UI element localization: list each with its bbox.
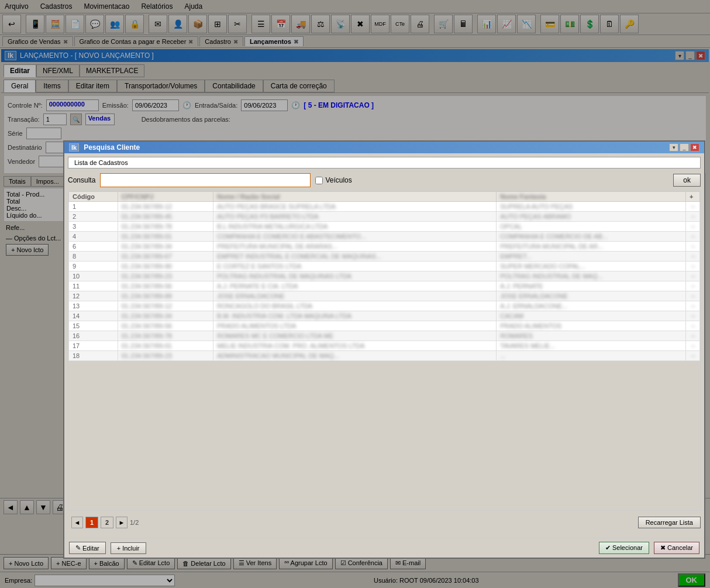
editar-btn[interactable]: ✎ Editar (69, 542, 106, 554)
table-header-row: Código CPF/CNPJ Nome / Razão Social Nome… (69, 192, 700, 202)
cell-id: 1 (69, 202, 118, 212)
cell-cpf: 01.234.567/89-23 (118, 271, 213, 281)
cell-extra: → (686, 331, 700, 341)
cell-fantasia: TAVARES MELIE... (497, 341, 686, 351)
veiculos-checkbox[interactable] (315, 177, 323, 184)
modal-close-btn[interactable]: ✖ (690, 143, 699, 152)
col-extra: + (686, 192, 700, 202)
table-row[interactable]: 8 01.234.567/89-67 EMPRET INDUSTRIAL E C… (69, 252, 700, 262)
cell-cpf: 01.234.567/89-34 (118, 242, 213, 252)
cell-nome: ROMARES MC E COMERCIO LTDA ME (213, 331, 496, 341)
cell-cpf: 01.234.567/89-12 (118, 301, 213, 311)
veiculos-label-text: Veículos (325, 176, 351, 184)
table-row[interactable]: 13 01.234.567/89-12 RONCAGOLO DO BRASIL … (69, 301, 700, 311)
table-row[interactable]: 16 01.234.567/89-78 ROMARES MC E COMERCI… (69, 331, 700, 341)
selecionar-btn[interactable]: ✔ Selecionar (599, 542, 649, 554)
modal-title-bar: lk Pesquisa Cliente ▾ _ ✖ (64, 142, 704, 153)
cell-extra: → (686, 232, 700, 242)
page-prev-btn[interactable]: ◄ (71, 517, 83, 528)
table-row[interactable]: 14 01.234.567/89-34 B.M. INDUSTRIA COM. … (69, 311, 700, 321)
cell-nome: ADMINISTRACAO MUNICIPAL DE MAQ... (213, 351, 496, 361)
cell-fantasia: CACAM (497, 311, 686, 321)
table-row[interactable]: 12 01.234.567/89-89 JOSE ERNALDACONE JOS… (69, 291, 700, 301)
table-row[interactable]: 4 01.234.567/89-01 COMPANHIA E COMERCIO … (69, 232, 700, 242)
cell-nome: POLTRAG INDUSTRIAL DE MAQUINAS LTDA (213, 271, 496, 281)
cell-nome: JOSE ERNALDACONE (213, 291, 496, 301)
col-codigo: Código (69, 192, 118, 202)
cell-extra: → (686, 222, 700, 232)
cancelar-btn[interactable]: ✖ Cancelar (654, 542, 699, 554)
consulta-label: Consulta (68, 176, 95, 184)
cell-nome: EMPRET INDUSTRIAL E COMERCIAL DE MAQUINA… (213, 252, 496, 262)
table-row[interactable]: 10 01.234.567/89-23 POLTRAG INDUSTRIAL D… (69, 271, 700, 281)
veiculos-checkbox-label[interactable]: Veículos (315, 176, 351, 184)
clientes-table: Código CPF/CNPJ Nome / Razão Social Nome… (68, 191, 700, 361)
reload-lista-btn[interactable]: Recarregar Lista (638, 517, 701, 528)
cell-cpf: 01.234.567/89-01 (118, 341, 213, 351)
cell-id: 2 (69, 212, 118, 222)
cell-fantasia: SUPRELA AUTO PEÇAS (497, 202, 686, 212)
cell-fantasia: ... (497, 351, 686, 361)
cell-id: 18 (69, 351, 118, 361)
cell-fantasia: AUTO PEÇAS ABRAMO (497, 212, 686, 222)
table-row[interactable]: 15 01.234.567/89-56 PRADO ALIMENTOS LTDA… (69, 321, 700, 331)
table-row[interactable]: 1 01.234.567/89-12 AUTO PEÇAS BRASCE SUP… (69, 202, 700, 212)
cell-fantasia: COMPANHIA E COMERCIO DE AB... (497, 232, 686, 242)
table-row[interactable]: 2 01.234.567/89-45 AUTO PEÇAS P3 BARRETO… (69, 212, 700, 222)
incluir-btn[interactable]: + Incluir (111, 542, 146, 554)
table-row[interactable]: 9 01.234.567/89-90 E CORTEZ E SANTOS LTD… (69, 262, 700, 271)
cell-extra: → (686, 311, 700, 321)
table-row[interactable]: 6 01.234.567/89-34 PREFEITURA MUNICIPAL … (69, 242, 700, 252)
page-2-btn[interactable]: 2 (101, 517, 113, 528)
cell-cpf: 01.234.567/89-78 (118, 331, 213, 341)
consulta-input[interactable] (100, 173, 311, 187)
cell-fantasia: PRADO ALIMENTOS (497, 321, 686, 331)
cell-cpf: 01.234.567/89-23 (118, 351, 213, 361)
cell-nome: COMPANHIA E COMERCIO E ABASTECIMENTO... (213, 232, 496, 242)
cell-nome: PREFEITURA MUNICIPAL DE ARARAS... (213, 242, 496, 252)
cell-extra: → (686, 242, 700, 252)
modal-ok-btn[interactable]: ok (673, 174, 701, 187)
cell-id: 3 (69, 222, 118, 232)
page-info: 1/2 (130, 519, 139, 526)
cell-extra: → (686, 341, 700, 351)
table-row[interactable]: 17 01.234.567/89-01 MELIE INDUSTRIA COM.… (69, 341, 700, 351)
page-1-btn[interactable]: 1 (85, 517, 98, 528)
cell-fantasia: JOSE ERNALDACONE (497, 291, 686, 301)
table-row[interactable]: 18 01.234.567/89-23 ADMINISTRACAO MUNICI… (69, 351, 700, 361)
cell-fantasia: OPCAL (497, 222, 686, 232)
pagination-row: ◄ 1 2 ► 1/2 Recarregar Lista (68, 511, 701, 534)
col-fantasia: Nome Fantasia (497, 192, 686, 202)
modal-title-left: lk Pesquisa Cliente (69, 143, 140, 152)
modal-chevron-btn[interactable]: ▾ (669, 143, 678, 152)
modal-minimize-btn[interactable]: _ (680, 143, 689, 152)
cell-id: 6 (69, 242, 118, 252)
cell-cpf: 01.234.567/89-89 (118, 291, 213, 301)
cell-id: 15 (69, 321, 118, 331)
page-next-btn[interactable]: ► (116, 517, 127, 528)
table-row[interactable]: 3 01.234.567/89-78 B.L INDUSTRIA METALUR… (69, 222, 700, 232)
editar-label: Editar (82, 545, 99, 552)
cell-id: 8 (69, 252, 118, 262)
cell-nome: MELIE INDUSTRIA COM. PRO. ALIMENTOS LTDA (213, 341, 496, 351)
cell-fantasia: A.J. PERNATE (497, 281, 686, 291)
cell-cpf: 01.234.567/89-90 (118, 262, 213, 271)
cell-extra: → (686, 202, 700, 212)
cell-extra: → (686, 351, 700, 361)
cell-fantasia: EMPRET... (497, 252, 686, 262)
cell-id: 9 (69, 262, 118, 271)
cell-cpf: 01.234.567/89-34 (118, 311, 213, 321)
modal-lk-logo: lk (69, 143, 79, 152)
cell-fantasia: SUPER MERCADO COPAL... (497, 262, 686, 271)
lista-cadastros-tab[interactable]: Lista de Cadastros (68, 157, 701, 169)
plus-icon: + (117, 545, 120, 552)
cell-cpf: 01.234.567/89-56 (118, 321, 213, 331)
cell-cpf: 01.234.567/89-67 (118, 252, 213, 262)
pesquisa-cliente-modal: lk Pesquisa Cliente ▾ _ ✖ Lista de Cadas… (63, 140, 705, 559)
cell-nome: AUTO PEÇAS P3 BARRETO LTDA (213, 212, 496, 222)
cell-id: 16 (69, 331, 118, 341)
incluir-label: Incluir (122, 545, 139, 552)
table-row[interactable]: 11 01.234.567/89-56 A.J. PERNATE E CIA. … (69, 281, 700, 291)
modal-title-controls: ▾ _ ✖ (669, 143, 699, 152)
cell-extra: → (686, 321, 700, 331)
